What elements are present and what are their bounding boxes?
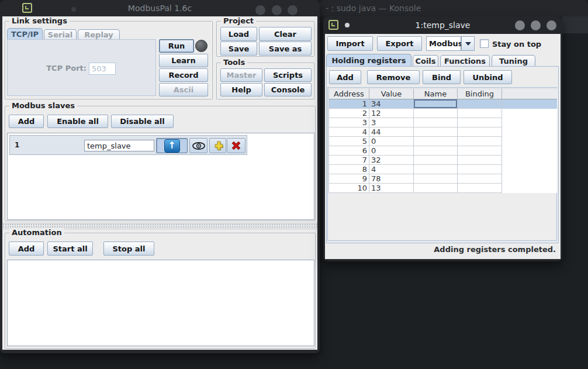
- slave-add-automation-button[interactable]: [209, 138, 226, 153]
- automation-title: Automation: [9, 228, 64, 237]
- tab-tuning[interactable]: Tuning: [492, 55, 535, 67]
- konsole-body-strip: [562, 16, 588, 33]
- eye-icon: [192, 142, 205, 150]
- stay-on-top-label: Stay on top: [492, 40, 541, 49]
- mode-combobox[interactable]: Modbus: [426, 36, 461, 51]
- table-row[interactable]: 10 13: [329, 184, 557, 193]
- registers-scrollpane[interactable]: Address Value Name Binding 1 34 2 12: [327, 87, 557, 241]
- table-row[interactable]: 4 44: [329, 127, 557, 137]
- load-button[interactable]: Load: [220, 27, 257, 41]
- save-button[interactable]: Save: [220, 42, 257, 56]
- clear-button[interactable]: Clear: [259, 27, 312, 41]
- master-button[interactable]: Master: [220, 68, 262, 82]
- konsole-title: - : sudo java — Konsole: [326, 4, 421, 13]
- cell-name[interactable]: [414, 99, 458, 109]
- enable-all-button[interactable]: Enable all: [47, 115, 108, 128]
- tab-holding-registers[interactable]: Holding registers: [326, 54, 411, 67]
- run-button[interactable]: Run: [159, 39, 194, 53]
- stay-on-top-checkbox[interactable]: [480, 39, 489, 48]
- learn-button[interactable]: Learn: [159, 54, 208, 67]
- help-button[interactable]: Help: [220, 83, 262, 96]
- table-row[interactable]: 6 0: [329, 146, 557, 156]
- window-minimize-button[interactable]: [255, 5, 265, 15]
- tab-coils[interactable]: Coils: [413, 55, 438, 67]
- col-header-address[interactable]: Address: [329, 88, 369, 99]
- table-header-row: Address Value Name Binding: [329, 88, 557, 99]
- col-header-value[interactable]: Value: [369, 88, 414, 99]
- col-header-name[interactable]: Name: [414, 88, 458, 99]
- tools-title: Tools: [221, 58, 247, 67]
- link-settings-title: Link settings: [9, 16, 70, 25]
- record-button[interactable]: Record: [159, 68, 208, 82]
- add-slave-button[interactable]: Add: [9, 115, 44, 128]
- delete-x-icon: [230, 140, 242, 151]
- slave-row[interactable]: 1 ↑: [9, 135, 247, 155]
- chevron-down-icon: [465, 42, 471, 46]
- stop-all-button[interactable]: Stop all: [103, 242, 154, 256]
- tab-serial[interactable]: Serial: [44, 29, 77, 40]
- modbuspal-window: ModbusPal 1.6c Link settings TCP/IP Seri…: [0, 0, 320, 353]
- project-title: Project: [221, 16, 256, 25]
- window-minimize-button[interactable]: [515, 20, 525, 30]
- save-as-button[interactable]: Save as: [259, 42, 312, 56]
- import-button[interactable]: Import: [327, 36, 373, 51]
- disable-all-button[interactable]: Disable all: [111, 115, 174, 128]
- slave-window: 1:temp_slave Import Export Modbus Stay o…: [323, 16, 562, 261]
- table-row[interactable]: 2 12: [329, 109, 557, 118]
- window-maximize-button[interactable]: [272, 5, 282, 15]
- table-row[interactable]: 1 34: [329, 99, 557, 109]
- table-row[interactable]: 5 0: [329, 137, 557, 146]
- desktop: - : sudo java — Konsole ModbusPal 1.6c L…: [0, 0, 588, 369]
- slave-titlebar[interactable]: 1:temp_slave: [323, 16, 562, 34]
- col-header-binding[interactable]: Binding: [458, 88, 502, 99]
- automation-list-panel: [7, 260, 314, 346]
- tcp-port-label: TCP Port:: [35, 64, 87, 73]
- konsole-titlebar[interactable]: - : sudo java — Konsole: [320, 0, 588, 16]
- slave-delete-button[interactable]: [227, 138, 245, 153]
- window-title: 1:temp_slave: [323, 20, 562, 30]
- unbind-button[interactable]: Unbind: [464, 70, 512, 84]
- slave-view-button[interactable]: [189, 138, 207, 153]
- table-row[interactable]: 8 4: [329, 165, 557, 174]
- start-all-button[interactable]: Start all: [47, 242, 93, 256]
- modbus-slaves-title: Modbus slaves: [9, 101, 77, 110]
- plus-icon: [212, 140, 224, 151]
- table-row[interactable]: 9 78: [329, 174, 557, 184]
- bind-button[interactable]: Bind: [423, 70, 461, 84]
- mode-combobox-arrow[interactable]: [461, 36, 475, 51]
- window-close-button[interactable]: [288, 5, 298, 15]
- registers-table: Address Value Name Binding 1 34 2 12: [328, 88, 557, 193]
- status-message: Adding registers completed.: [434, 245, 556, 254]
- remove-register-button[interactable]: Remove: [367, 70, 420, 84]
- tcp-port-input[interactable]: [89, 63, 116, 75]
- col-header-filler: [502, 88, 557, 99]
- modbuspal-titlebar[interactable]: ModbusPal 1.6c: [0, 0, 320, 16]
- tab-tcpip[interactable]: TCP/IP: [7, 28, 43, 40]
- slave-enable-toggle[interactable]: ↑: [156, 138, 188, 153]
- table-row[interactable]: 7 32: [329, 156, 557, 165]
- window-close-button[interactable]: [547, 20, 556, 30]
- table-row[interactable]: 3 3: [329, 118, 557, 127]
- up-arrow-icon: ↑: [164, 139, 180, 153]
- export-button[interactable]: Export: [377, 36, 422, 51]
- tab-functions[interactable]: Functions: [440, 55, 490, 67]
- slave-id: 1: [15, 141, 19, 149]
- link-status-led: [195, 40, 207, 52]
- tab-replay[interactable]: Replay: [78, 29, 120, 40]
- cell-binding: [458, 99, 502, 109]
- scripts-button[interactable]: Scripts: [264, 68, 312, 82]
- add-register-button[interactable]: Add: [329, 70, 361, 84]
- mode-combobox-value: Modbus: [429, 39, 462, 48]
- console-button[interactable]: Console: [264, 83, 312, 96]
- slave-name-input[interactable]: [84, 140, 154, 151]
- window-maximize-button[interactable]: [531, 20, 541, 30]
- ascii-button[interactable]: Ascii: [159, 83, 208, 96]
- add-automation-button[interactable]: Add: [9, 242, 44, 256]
